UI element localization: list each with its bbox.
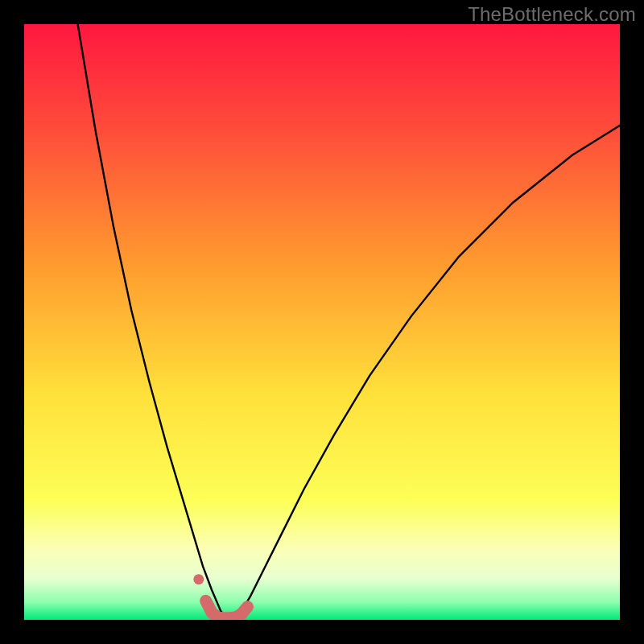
watermark-text: TheBottleneck.com: [468, 3, 636, 26]
gradient-background: [24, 24, 620, 620]
chart-svg: [24, 24, 620, 620]
outer-frame: TheBottleneck.com: [0, 0, 644, 644]
isolated-marker-group: [193, 574, 204, 584]
isolated-marker-dot: [193, 574, 204, 584]
bottleneck-chart: [24, 24, 620, 620]
